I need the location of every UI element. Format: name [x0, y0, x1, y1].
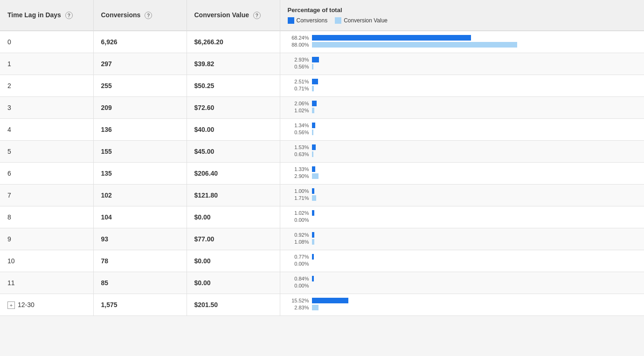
bar-track-value — [312, 239, 314, 245]
table-row: 8104$0.001.02%0.00% — [0, 206, 644, 228]
help-icon-day[interactable]: ? — [65, 12, 73, 19]
bar-pct-conversions: 1.34% — [288, 123, 309, 128]
cell-bars: 1.00%1.71% — [280, 185, 644, 206]
day-value: 9 — [7, 235, 11, 243]
bar-row-conversions: 0.84% — [288, 276, 637, 281]
day-value: 11 — [7, 279, 15, 287]
bar-fill-conversions — [312, 79, 318, 84]
cell-day: 7 — [0, 185, 93, 206]
percentage-header-inner: Percentage of total Conversions Conversi… — [288, 7, 637, 24]
bar-track-value — [312, 173, 319, 179]
cell-bars: 0.84%0.00% — [280, 272, 644, 294]
bar-fill-conversions — [312, 57, 319, 62]
bar-row-value: 88.00% — [288, 42, 637, 48]
cell-conversions: 255 — [93, 75, 187, 97]
table-row: 993$77.000.92%1.08% — [0, 228, 644, 250]
bar-pct-conversions: 0.92% — [288, 232, 309, 238]
cell-conversion-value: $0.00 — [187, 206, 280, 228]
help-icon-conversions[interactable]: ? — [145, 12, 152, 19]
cell-bars: 2.06%1.02% — [280, 97, 644, 119]
bar-track-conversions — [312, 35, 471, 41]
bar-track-conversions — [312, 188, 314, 194]
table-row: +12-301,575$201.5015.52%2.83% — [0, 294, 644, 316]
cell-bars: 68.24%88.00% — [280, 31, 644, 53]
bar-row-conversions: 2.93% — [288, 57, 637, 62]
bar-track-conversions — [312, 123, 315, 128]
bar-track-conversions — [312, 79, 318, 84]
bar-pct-conversions: 0.84% — [288, 276, 309, 281]
cell-conversions: 135 — [93, 163, 187, 185]
cell-conversion-value: $6,266.20 — [187, 31, 280, 53]
bar-fill-conversions — [312, 210, 314, 216]
table-row: 3209$72.602.06%1.02% — [0, 97, 644, 119]
legend-label-value: Conversion Value — [344, 17, 388, 24]
bar-pct-conversions: 0.77% — [288, 254, 309, 260]
bar-row-value: 2.83% — [288, 305, 637, 310]
day-value: 1 — [7, 60, 11, 68]
bar-pct-conversions: 68.24% — [288, 35, 309, 41]
cell-conversion-value: $121.80 — [187, 185, 280, 206]
legend-item-conversions: Conversions — [288, 17, 328, 24]
bar-row-value: 0.00% — [288, 283, 637, 288]
bar-fill-conversions — [312, 188, 314, 194]
bar-fill-value — [312, 86, 314, 91]
bar-fill-value — [312, 195, 316, 201]
col-header-conversions: Conversions ? — [93, 0, 187, 31]
bar-row-conversions: 0.77% — [288, 254, 637, 260]
bar-fill-conversions — [312, 35, 471, 41]
cell-day: 9 — [0, 228, 93, 250]
cell-bars: 0.92%1.08% — [280, 228, 644, 250]
table-row: 1185$0.000.84%0.00% — [0, 272, 644, 294]
cell-conversion-value: $0.00 — [187, 250, 280, 272]
expand-icon[interactable]: + — [7, 301, 15, 309]
cell-conversion-value: $39.82 — [187, 53, 280, 75]
day-value: 7 — [7, 192, 11, 199]
cell-day: +12-30 — [0, 294, 93, 316]
cell-bars: 2.51%0.71% — [280, 75, 644, 97]
bar-row-conversions: 0.92% — [288, 232, 637, 238]
cell-bars: 1.53%0.63% — [280, 141, 644, 163]
cell-conversions: 78 — [93, 250, 187, 272]
bar-track-value — [312, 195, 316, 201]
bar-track-conversions — [312, 101, 317, 106]
legend: Conversions Conversion Value — [288, 17, 637, 24]
cell-conversions: 136 — [93, 119, 187, 141]
day-value: 5 — [7, 148, 11, 155]
bar-track-conversions — [312, 210, 314, 216]
cell-bars: 1.33%2.90% — [280, 163, 644, 185]
bar-pct-value: 0.63% — [288, 151, 309, 157]
cell-day: 5 — [0, 141, 93, 163]
cell-conversions: 209 — [93, 97, 187, 119]
cell-conversions: 102 — [93, 185, 187, 206]
cell-day: 4 — [0, 119, 93, 141]
bar-fill-value — [312, 42, 517, 48]
bar-fill-conversions — [312, 101, 317, 106]
bar-row-value: 0.56% — [288, 64, 637, 69]
bar-pct-value: 0.56% — [288, 130, 309, 135]
cell-day: 1 — [0, 53, 93, 75]
day-value: 6 — [7, 170, 11, 177]
col-day-label: Time Lag in Days — [7, 11, 61, 19]
cell-conversion-value: $0.00 — [187, 272, 280, 294]
bar-row-value: 0.71% — [288, 86, 637, 91]
cell-conversion-value: $50.25 — [187, 75, 280, 97]
col-header-day: Time Lag in Days ? — [0, 0, 93, 31]
percentage-title: Percentage of total — [288, 7, 637, 14]
cell-conversions: 1,575 — [93, 294, 187, 316]
bar-row-value: 1.71% — [288, 195, 637, 201]
cell-bars: 1.34%0.56% — [280, 119, 644, 141]
bar-pct-conversions: 1.00% — [288, 188, 309, 194]
help-icon-value[interactable]: ? — [253, 12, 261, 19]
bar-fill-conversions — [312, 276, 314, 281]
cell-conversions: 297 — [93, 53, 187, 75]
day-value: 10 — [7, 257, 15, 265]
day-value: 0 — [7, 38, 11, 46]
table-row: 6135$206.401.33%2.90% — [0, 163, 644, 185]
bar-fill-value — [312, 64, 313, 69]
bar-track-value — [312, 42, 517, 48]
table-row: 7102$121.801.00%1.71% — [0, 185, 644, 206]
bar-pct-value: 1.02% — [288, 108, 309, 113]
cell-conversions: 85 — [93, 272, 187, 294]
bar-fill-conversions — [312, 232, 314, 238]
bar-pct-value: 0.00% — [288, 261, 309, 267]
